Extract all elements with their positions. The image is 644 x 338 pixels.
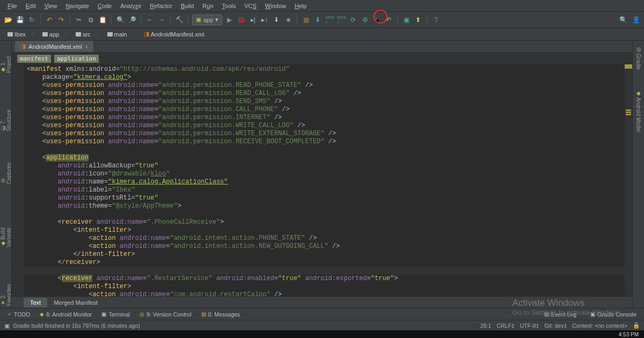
tool-captures[interactable]: ◎ Captures	[0, 155, 12, 186]
status-encoding[interactable]: UTF-8‡	[520, 322, 539, 329]
breadcrumb-src[interactable]: src	[72, 31, 94, 38]
lock-icon[interactable]: 🔒	[633, 322, 640, 329]
folder-icon	[76, 32, 81, 36]
android-profiler-icon[interactable]: ▣	[401, 15, 411, 25]
help-icon[interactable]: ?	[431, 15, 441, 25]
toolbar: 📂 💾 ↻ ↶ ↷ ✂ ⧉ 📋 🔍 🔎 ← → 🔨 ▣ app ▾ ▶ 🐞 ▸|…	[0, 12, 644, 28]
tool-event-log[interactable]: ▤Event Log	[540, 310, 581, 319]
tool-todo[interactable]: ✔TODO	[3, 310, 34, 319]
menu-bar: File Edit View Navigate Code Analyze Ref…	[0, 0, 644, 12]
menu-edit[interactable]: Edit	[21, 2, 40, 10]
sync-gradle-icon[interactable]: ⟳	[348, 15, 358, 25]
menu-analyze[interactable]: Analyze	[116, 2, 145, 10]
menu-file[interactable]: File	[3, 2, 21, 10]
editor-sub-tabs: Text Merged Manifest	[12, 296, 632, 308]
xml-file-icon: ◨	[20, 43, 26, 50]
code-content: <manifest xmlns:android="http://schemas.…	[27, 65, 623, 296]
crumb-manifest[interactable]: manifest	[17, 55, 51, 63]
user-icon[interactable]: 👤	[631, 15, 641, 25]
status-caret-pos[interactable]: 26:1	[480, 322, 491, 329]
menu-code[interactable]: Code	[93, 2, 116, 10]
code-editor[interactable]: <manifest xmlns:android="http://schemas.…	[12, 64, 632, 296]
main-area: ◆ 1: Project ◧ 7: Structure ◎ Captures ◆…	[0, 41, 644, 308]
left-tool-strip: ◆ 1: Project ◧ 7: Structure ◎ Captures ◆…	[0, 41, 12, 308]
tool-messages[interactable]: ▤0: Messages	[197, 310, 245, 319]
search-everywhere-icon[interactable]: 🔍	[618, 15, 628, 25]
project-structure-icon[interactable]: ⚙	[360, 15, 370, 25]
right-tool-strip: ◎ Gradle ◆ Android Model	[632, 41, 644, 308]
tool-terminal[interactable]: ▣Terminal	[97, 310, 134, 319]
tool-project[interactable]: ◆ 1: Project	[0, 43, 12, 75]
menu-run[interactable]: Run	[198, 2, 217, 10]
open-icon[interactable]: 📂	[3, 15, 13, 25]
sync-icon[interactable]: ↻	[27, 15, 36, 25]
device-file-explorer-icon[interactable]: 📱	[372, 15, 382, 25]
tool-version-control[interactable]: ◎9: Version Control	[135, 310, 195, 319]
stop-icon[interactable]: ■	[283, 15, 293, 25]
subtab-merged-manifest[interactable]: Merged Manifest	[47, 298, 104, 307]
editor-panel: ◨ AndroidManifest.xml × manifest applica…	[12, 41, 632, 308]
folder-icon	[42, 32, 48, 36]
xml-file-icon: ◨	[144, 31, 149, 38]
run-icon[interactable]: ▶	[224, 15, 234, 25]
tool-android-model[interactable]: ◆ Android Model	[635, 88, 641, 134]
editor-tab-manifest[interactable]: ◨ AndroidManifest.xml ×	[15, 41, 93, 52]
breadcrumb-file[interactable]: ◨AndroidManifest.xml	[141, 31, 208, 38]
redo-icon[interactable]: ↷	[56, 15, 66, 25]
folder-icon	[8, 32, 13, 36]
highlighted-tool-icon[interactable]: ⬆	[413, 15, 423, 25]
breadcrumb-project[interactable]: Ibex	[4, 31, 29, 38]
editor-gutter	[12, 64, 24, 296]
tool-gradle-console[interactable]: ▣Gradle Console	[586, 310, 641, 319]
subtab-text[interactable]: Text	[24, 298, 47, 307]
revert-icon[interactable]: ↶	[384, 15, 393, 25]
undo-icon[interactable]: ↶	[45, 15, 54, 25]
menu-window[interactable]: Window	[261, 2, 290, 10]
find-icon[interactable]: 🔍	[115, 15, 125, 25]
replace-icon[interactable]: 🔎	[127, 15, 137, 25]
breadcrumb-main[interactable]: main	[104, 31, 130, 38]
status-line-sep[interactable]: CRLF‡	[496, 322, 514, 329]
menu-help[interactable]: Help	[290, 2, 311, 10]
android-icon: ▣	[196, 16, 201, 23]
menu-navigate[interactable]: Navigate	[61, 2, 93, 10]
build-icon[interactable]: 🔨	[174, 15, 184, 25]
status-git-branch[interactable]: Git: dev‡	[544, 322, 567, 329]
status-bar: ▣ Gradle build finished in 16s 797ms (6 …	[0, 320, 644, 330]
paste-icon[interactable]: 📋	[98, 15, 107, 25]
copy-icon[interactable]: ⧉	[86, 15, 96, 25]
folder-icon	[107, 32, 113, 36]
profile-icon[interactable]: ▸↑	[260, 15, 269, 25]
debug-icon[interactable]: 🐞	[236, 15, 246, 25]
status-context[interactable]: Context: <no context>	[572, 322, 627, 329]
scrollbar-strip[interactable]	[625, 64, 632, 296]
cut-icon[interactable]: ✂	[74, 15, 84, 25]
run-config-selector[interactable]: ▣ app ▾	[192, 14, 222, 25]
structure-crumbs: manifest application	[12, 53, 632, 64]
status-toggle-icon[interactable]: ▣	[4, 322, 10, 329]
tool-structure[interactable]: ◧ 7: Structure	[0, 97, 12, 134]
sdk-manager-icon[interactable]: ⬇	[313, 15, 323, 25]
crumb-application[interactable]: application	[54, 55, 99, 63]
back-icon[interactable]: ←	[145, 15, 155, 25]
avd-manager-icon[interactable]: ▦	[301, 15, 311, 25]
menu-build[interactable]: Build	[177, 2, 198, 10]
menu-refactor[interactable]: Refactor	[145, 2, 177, 10]
vcs-update-icon[interactable]: VCS↑	[336, 15, 346, 25]
attach-debugger-icon[interactable]: ⬇	[272, 15, 281, 25]
coverage-icon[interactable]: ▸|	[248, 15, 258, 25]
menu-view[interactable]: View	[40, 2, 62, 10]
status-message: Gradle build finished in 16s 797ms (6 mi…	[13, 322, 140, 329]
tool-build-variants[interactable]: ◆ Build Variants	[0, 208, 12, 249]
tool-android-monitor[interactable]: ◆6: Android Monitor	[35, 310, 96, 319]
save-icon[interactable]: 💾	[15, 15, 25, 25]
tool-favorites[interactable]: ★ 2: Favorites	[0, 271, 12, 308]
menu-vcs[interactable]: VCS	[240, 2, 261, 10]
breadcrumb-app[interactable]: app	[39, 31, 62, 38]
taskbar-time: 4:53 PM	[619, 332, 639, 337]
tool-gradle[interactable]: ◎ Gradle	[635, 44, 641, 72]
close-tab-icon[interactable]: ×	[85, 43, 88, 50]
menu-tools[interactable]: Tools	[218, 2, 240, 10]
forward-icon[interactable]: →	[157, 15, 166, 25]
layout-inspector-icon[interactable]: VCS↓	[325, 15, 334, 25]
